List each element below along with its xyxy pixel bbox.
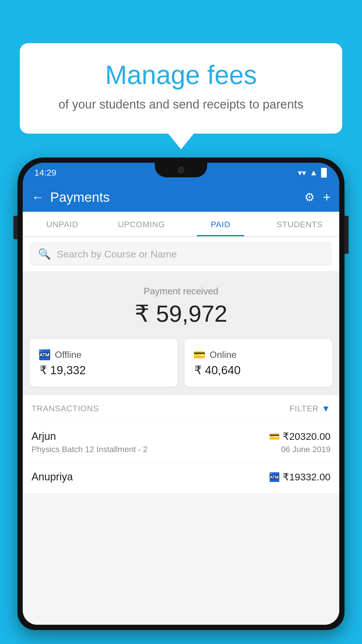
transaction-top-2: Anupriya 🏧 ₹19332.00 bbox=[31, 471, 331, 483]
online-payment-card: 💳 Online ₹ 40,640 bbox=[184, 339, 332, 387]
header-actions: ⚙ + bbox=[304, 190, 331, 204]
filter-label: FILTER bbox=[289, 404, 319, 413]
transaction-bottom-1: Physics Batch 12 Installment - 2 06 June… bbox=[31, 445, 331, 454]
status-icons: ▾▾ ▲ ▉ bbox=[298, 168, 328, 178]
transaction-date-1: 06 June 2019 bbox=[281, 445, 331, 454]
search-icon: 🔍 bbox=[38, 248, 51, 260]
transaction-name-2: Anupriya bbox=[31, 471, 73, 483]
tab-upcoming[interactable]: UPCOMING bbox=[102, 212, 181, 236]
online-card-header: 💳 Online bbox=[193, 349, 324, 360]
payment-cards: 🏧 Offline ₹ 19,332 💳 Online ₹ 40,640 bbox=[23, 339, 339, 396]
filter-button[interactable]: FILTER ▼ bbox=[289, 404, 331, 414]
offline-amount: ₹ 19,332 bbox=[38, 363, 169, 377]
status-bar: 14:29 ▾▾ ▲ ▉ bbox=[23, 163, 339, 183]
content-area: 🔍 Search by Course or Name Payment recei… bbox=[23, 237, 339, 625]
speech-bubble-title: Manage fees bbox=[43, 61, 319, 90]
speech-bubble-tail bbox=[168, 134, 194, 149]
header-title: Payments bbox=[50, 189, 304, 205]
phone-mockup: 14:29 ▾▾ ▲ ▉ ← Payments ⚙ + bbox=[17, 158, 345, 644]
filter-icon: ▼ bbox=[321, 404, 331, 414]
battery-icon: ▉ bbox=[321, 168, 328, 178]
tabs-bar: UNPAID UPCOMING PAID STUDENTS bbox=[23, 212, 339, 237]
table-row[interactable]: Arjun 💳 ₹20320.00 Physics Batch 12 Insta… bbox=[23, 422, 339, 463]
offline-payment-card: 🏧 Offline ₹ 19,332 bbox=[30, 339, 178, 387]
transaction-top-1: Arjun 💳 ₹20320.00 bbox=[31, 430, 331, 442]
add-button[interactable]: + bbox=[323, 190, 331, 204]
signal-icon: ▲ bbox=[310, 168, 318, 177]
tab-unpaid[interactable]: UNPAID bbox=[23, 212, 102, 236]
notch bbox=[155, 163, 207, 177]
transactions-label: TRANSACTIONS bbox=[31, 404, 99, 413]
speech-bubble: Manage fees of your students and send re… bbox=[20, 43, 342, 134]
camera-dot bbox=[178, 167, 184, 173]
back-button[interactable]: ← bbox=[31, 191, 44, 204]
online-icon: 💳 bbox=[193, 349, 205, 360]
payment-received-amount: ₹ 59,972 bbox=[31, 300, 331, 327]
payment-received-section: Payment received ₹ 59,972 bbox=[23, 271, 339, 339]
search-input[interactable]: Search by Course or Name bbox=[57, 249, 177, 260]
status-time: 14:29 bbox=[34, 168, 56, 178]
phone-screen: 14:29 ▾▾ ▲ ▉ ← Payments ⚙ + bbox=[23, 163, 339, 625]
offline-icon: 🏧 bbox=[38, 349, 51, 360]
transaction-name-1: Arjun bbox=[31, 430, 56, 442]
phone-outer: 14:29 ▾▾ ▲ ▉ ← Payments ⚙ + bbox=[17, 158, 345, 630]
transactions-header: TRANSACTIONS FILTER ▼ bbox=[23, 396, 339, 422]
search-box[interactable]: 🔍 Search by Course or Name bbox=[30, 242, 332, 266]
transaction-amount-wrap-1: 💳 ₹20320.00 bbox=[269, 430, 331, 442]
cash-mode-icon-2: 🏧 bbox=[269, 472, 280, 482]
payment-received-label: Payment received bbox=[31, 286, 331, 297]
transaction-course-1: Physics Batch 12 Installment - 2 bbox=[31, 445, 147, 454]
app-header: ← Payments ⚙ + bbox=[23, 183, 339, 212]
tab-paid[interactable]: PAID bbox=[181, 212, 260, 236]
wifi-icon: ▾▾ bbox=[298, 168, 306, 178]
transaction-amount-wrap-2: 🏧 ₹19332.00 bbox=[269, 471, 331, 483]
tab-students[interactable]: STUDENTS bbox=[260, 212, 340, 236]
card-mode-icon-1: 💳 bbox=[269, 431, 280, 442]
search-container: 🔍 Search by Course or Name bbox=[23, 237, 339, 271]
online-type: Online bbox=[210, 349, 237, 360]
offline-type: Offline bbox=[55, 349, 82, 360]
transaction-amount-2: ₹19332.00 bbox=[283, 471, 331, 483]
transaction-amount-1: ₹20320.00 bbox=[283, 430, 331, 442]
speech-bubble-section: Manage fees of your students and send re… bbox=[20, 43, 342, 149]
offline-card-header: 🏧 Offline bbox=[38, 349, 169, 360]
table-row[interactable]: Anupriya 🏧 ₹19332.00 bbox=[23, 463, 339, 494]
speech-bubble-subtitle: of your students and send receipts to pa… bbox=[43, 96, 319, 113]
settings-button[interactable]: ⚙ bbox=[304, 190, 315, 204]
online-amount: ₹ 40,640 bbox=[193, 363, 324, 377]
